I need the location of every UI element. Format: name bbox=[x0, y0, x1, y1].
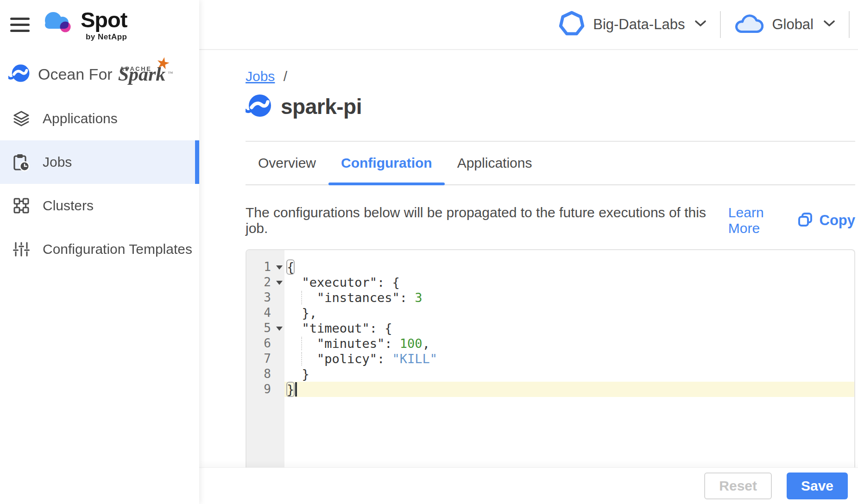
heptagon-icon bbox=[559, 11, 585, 38]
sidebar-nav: Applications Jobs bbox=[0, 97, 199, 271]
brand-byline: by NetApp bbox=[86, 32, 127, 42]
topbar: Big-Data-Labs Global bbox=[199, 0, 858, 50]
line-number: 7 bbox=[246, 351, 284, 366]
ocean-for-spark-logo: Ocean For APACHE Spark ★ ™ bbox=[8, 62, 165, 86]
code-token: "executor": { bbox=[287, 275, 400, 290]
app-window: Spot by NetApp Ocean For APACHE Spark ★ … bbox=[0, 0, 858, 504]
sidebar-item-label: Jobs bbox=[43, 154, 72, 170]
title-row: spark-pi bbox=[246, 93, 855, 120]
learn-more-link[interactable]: Learn More bbox=[728, 205, 797, 236]
json-config-editor[interactable]: 123456789 { "executor": { "instances": 3… bbox=[246, 249, 855, 468]
code-line[interactable]: { bbox=[284, 259, 854, 275]
code-line[interactable]: } bbox=[284, 366, 854, 382]
hamburger-menu-icon[interactable] bbox=[10, 18, 30, 32]
code-line[interactable]: } bbox=[284, 382, 854, 397]
job-wave-icon bbox=[246, 93, 271, 120]
main-area: Big-Data-Labs Global bbox=[199, 0, 858, 504]
line-number: 8 bbox=[246, 366, 284, 382]
sidebar-item-configuration-templates[interactable]: Configuration Templates bbox=[0, 227, 199, 271]
spot-logo: Spot by NetApp bbox=[41, 6, 127, 42]
content: Jobs / spark-pi Overview Configuration A… bbox=[246, 50, 855, 468]
code-line[interactable]: "executor": { bbox=[284, 275, 854, 290]
topbar-divider bbox=[849, 11, 850, 38]
spot-cloud-icon bbox=[41, 6, 76, 39]
sliders-icon bbox=[12, 240, 31, 258]
code-token: 3 bbox=[415, 290, 422, 305]
brand-name: Spot bbox=[81, 6, 127, 33]
scope-picker-label: Global bbox=[772, 16, 814, 33]
code-line[interactable]: "instances": 3 bbox=[284, 290, 854, 305]
code-token: "minutes": bbox=[287, 336, 400, 351]
code-token: "KILL" bbox=[392, 352, 438, 366]
code-token: "policy": bbox=[287, 352, 392, 366]
sidebar-item-label: Configuration Templates bbox=[43, 241, 192, 257]
footer-action-bar: Reset Save bbox=[199, 468, 858, 504]
ocean-wave-icon bbox=[8, 62, 31, 86]
clipboard-clock-icon bbox=[12, 153, 31, 171]
breadcrumb: Jobs / bbox=[246, 69, 855, 84]
line-number: 2 bbox=[246, 275, 284, 290]
topbar-divider bbox=[720, 11, 721, 38]
scope-picker[interactable]: Global bbox=[734, 13, 836, 37]
text-cursor bbox=[295, 382, 297, 397]
line-number: 5 bbox=[246, 321, 284, 336]
chevron-down-icon bbox=[694, 19, 707, 30]
code-token: }, bbox=[287, 306, 317, 320]
fold-arrow-icon[interactable] bbox=[276, 281, 283, 285]
code-token: "timeout": { bbox=[287, 321, 392, 335]
config-description-row: The configurations below will be propaga… bbox=[246, 205, 855, 236]
apache-label: APACHE bbox=[120, 59, 151, 79]
code-line[interactable]: "minutes": 100, bbox=[284, 336, 854, 351]
code-token: , bbox=[423, 336, 430, 351]
sidebar: Spot by NetApp Ocean For APACHE Spark ★ … bbox=[0, 0, 199, 504]
code-line[interactable]: "timeout": { bbox=[284, 321, 854, 336]
copy-icon bbox=[797, 212, 813, 229]
editor-code-area[interactable]: { "executor": { "instances": 3 }, "timeo… bbox=[284, 250, 854, 468]
line-number: 3 bbox=[246, 290, 284, 305]
breadcrumb-jobs-link[interactable]: Jobs bbox=[246, 69, 275, 84]
sidebar-item-clusters[interactable]: Clusters bbox=[0, 184, 199, 227]
code-token: 100 bbox=[400, 336, 423, 351]
save-button[interactable]: Save bbox=[787, 472, 848, 499]
apache-spark-logo: APACHE Spark ★ ™ bbox=[118, 64, 166, 84]
line-number: 4 bbox=[246, 305, 284, 321]
code-line[interactable]: "policy": "KILL" bbox=[284, 351, 854, 366]
sidebar-item-jobs[interactable]: Jobs bbox=[0, 140, 199, 184]
config-description: The configurations below will be propaga… bbox=[246, 205, 717, 236]
tab-bar: Overview Configuration Applications bbox=[246, 142, 855, 185]
page-title: spark-pi bbox=[281, 94, 362, 119]
code-token: { bbox=[287, 260, 294, 274]
reset-button[interactable]: Reset bbox=[704, 472, 772, 499]
layers-icon bbox=[12, 109, 31, 128]
breadcrumb-separator: / bbox=[284, 69, 287, 84]
line-number: 1 bbox=[246, 259, 284, 275]
tab-applications[interactable]: Applications bbox=[445, 142, 545, 184]
editor-gutter: 123456789 bbox=[246, 250, 284, 468]
line-number: 9 bbox=[246, 382, 284, 397]
chevron-down-icon bbox=[823, 19, 836, 30]
cluster-nodes-icon bbox=[12, 196, 31, 215]
sidebar-item-label: Applications bbox=[43, 111, 118, 126]
tab-overview[interactable]: Overview bbox=[246, 142, 328, 184]
line-number: 6 bbox=[246, 336, 284, 351]
org-picker-label: Big-Data-Labs bbox=[593, 16, 685, 33]
code-token: } bbox=[287, 367, 309, 381]
copy-button-label: Copy bbox=[820, 212, 856, 229]
sidebar-item-applications[interactable]: Applications bbox=[0, 97, 199, 140]
fold-arrow-icon[interactable] bbox=[276, 265, 283, 270]
code-token: } bbox=[287, 382, 294, 397]
org-picker[interactable]: Big-Data-Labs bbox=[559, 11, 707, 38]
fold-arrow-icon[interactable] bbox=[276, 327, 283, 331]
cloud-icon bbox=[734, 13, 763, 37]
sidebar-item-label: Clusters bbox=[43, 198, 94, 214]
code-token: "instances": bbox=[287, 290, 415, 305]
copy-button[interactable]: Copy bbox=[797, 212, 856, 229]
product-name: Ocean For bbox=[38, 65, 113, 83]
tab-configuration[interactable]: Configuration bbox=[328, 142, 445, 184]
code-line[interactable]: }, bbox=[284, 305, 854, 321]
